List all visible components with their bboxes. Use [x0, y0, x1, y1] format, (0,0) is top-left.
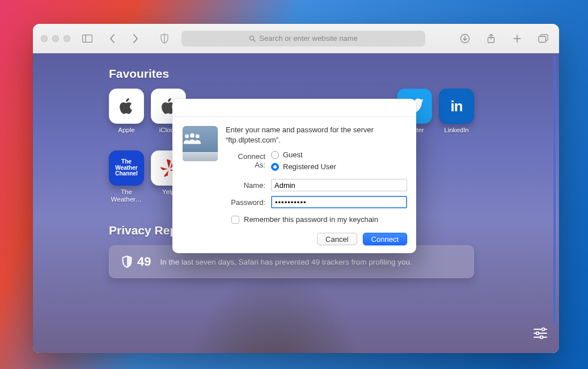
- auth-prompt: Enter your name and password for the ser…: [226, 125, 407, 145]
- favourite-label: The Weather…: [109, 188, 144, 203]
- favourites-heading: Favourites: [109, 67, 474, 81]
- back-button[interactable]: [104, 31, 120, 47]
- favourite-label: Apple: [109, 127, 144, 141]
- svg-rect-0: [83, 35, 92, 42]
- share-button[interactable]: [483, 31, 499, 47]
- search-icon: [249, 35, 256, 42]
- guest-radio[interactable]: Guest: [271, 150, 336, 159]
- favourite-label: LinkedIn: [439, 127, 474, 141]
- registered-radio-label: Registered User: [283, 162, 336, 171]
- weather-channel-icon: TheWeatherChannel: [109, 150, 144, 186]
- svg-point-13: [542, 328, 545, 331]
- address-bar[interactable]: Search or enter website name: [181, 31, 425, 47]
- network-drive-icon: [183, 126, 218, 161]
- name-input[interactable]: [271, 179, 407, 191]
- tracker-count: 49: [137, 254, 151, 269]
- cancel-button[interactable]: Cancel: [317, 233, 357, 245]
- connect-button[interactable]: Connect: [363, 233, 407, 245]
- password-input[interactable]: [271, 196, 407, 208]
- name-label: Name:: [226, 181, 265, 190]
- forward-button[interactable]: [127, 31, 143, 47]
- safari-window: Search or enter website name Favourites: [33, 24, 559, 353]
- linkedin-icon: in: [439, 89, 474, 124]
- password-label: Password:: [226, 198, 265, 207]
- privacy-message: In the last seven days, Safari has preve…: [160, 258, 412, 266]
- tab-overview-button[interactable]: [535, 31, 551, 47]
- svg-point-15: [536, 332, 539, 335]
- guest-radio-label: Guest: [283, 150, 303, 159]
- close-window-button[interactable]: [41, 35, 48, 42]
- favourite-weather[interactable]: TheWeatherChannel The Weather…: [109, 150, 144, 203]
- svg-point-19: [196, 135, 200, 139]
- svg-point-17: [540, 336, 543, 339]
- page-settings-button[interactable]: [533, 327, 549, 343]
- svg-rect-11: [539, 36, 546, 43]
- registered-user-radio[interactable]: Registered User: [271, 162, 336, 171]
- svg-point-18: [185, 135, 189, 139]
- start-page: Favourites Apple iCloud: [33, 53, 559, 353]
- apple-icon: [109, 89, 144, 124]
- remember-keychain-checkbox[interactable]: Remember this password in my keychain: [231, 215, 407, 224]
- new-tab-button[interactable]: [509, 31, 525, 47]
- window-controls: [41, 35, 70, 42]
- favourite-linkedin[interactable]: in LinkedIn: [439, 89, 474, 141]
- sidebar-toggle-button[interactable]: [79, 31, 95, 47]
- connect-as-label: Connect As:: [226, 152, 265, 169]
- toolbar: Search or enter website name: [33, 24, 559, 53]
- minimize-window-button[interactable]: [52, 35, 59, 42]
- svg-point-2: [250, 36, 254, 40]
- zoom-window-button[interactable]: [64, 35, 70, 42]
- shield-icon: [121, 255, 133, 268]
- remember-keychain-label: Remember this password in my keychain: [244, 215, 378, 224]
- downloads-button[interactable]: [457, 31, 473, 47]
- svg-point-20: [190, 133, 194, 138]
- favourite-apple[interactable]: Apple: [109, 89, 144, 141]
- address-placeholder: Search or enter website name: [259, 34, 357, 43]
- privacy-shield-icon[interactable]: [156, 31, 172, 47]
- svg-line-3: [253, 40, 255, 41]
- server-auth-dialog: Enter your name and password for the ser…: [172, 99, 416, 253]
